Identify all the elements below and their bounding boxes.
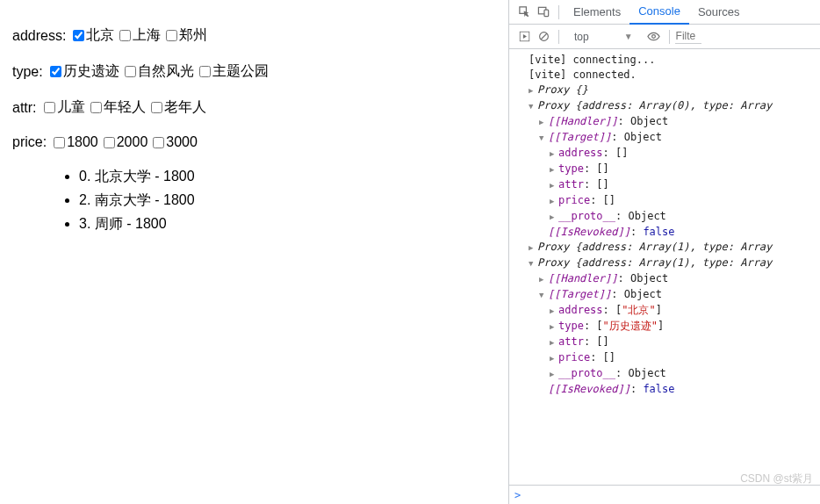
log-line: [[IsRevoked]]: false xyxy=(539,225,820,240)
divider xyxy=(669,30,670,44)
row-type: type: 历史遗迹 自然风光 主题公园 xyxy=(12,62,496,81)
checkbox-price-0[interactable] xyxy=(54,137,65,148)
app-form-panel: address: 北京 上海 郑州 type: 历史遗迹 自然风光 主题公园 a… xyxy=(0,0,508,504)
checkbox-address-2[interactable] xyxy=(166,30,177,41)
log-line[interactable]: price: [] xyxy=(550,350,820,366)
log-line[interactable]: __proto__: Object xyxy=(550,209,820,225)
svg-rect-1 xyxy=(543,10,548,17)
console-prompt[interactable]: > xyxy=(509,485,820,504)
inspect-icon[interactable] xyxy=(514,3,534,22)
device-toggle-icon[interactable] xyxy=(534,3,553,22)
console-output: [vite] connecting... [vite] connected. P… xyxy=(509,49,820,485)
opt-price-1[interactable]: 2000 xyxy=(100,134,148,150)
checkbox-type-0[interactable] xyxy=(50,66,61,77)
list-item: 2. 南京大学 - 1800 xyxy=(79,191,496,210)
checkbox-type-2[interactable] xyxy=(199,66,211,77)
log-line[interactable]: [[Target]]: Object xyxy=(539,287,820,303)
log-line[interactable]: Proxy {} xyxy=(529,83,820,98)
opt-type-2[interactable]: 主题公园 xyxy=(196,62,269,81)
row-address: address: 北京 上海 郑州 xyxy=(12,26,496,45)
opt-address-0[interactable]: 北京 xyxy=(69,26,114,45)
checkbox-attr-0[interactable] xyxy=(44,102,55,113)
tab-sources[interactable]: Sources xyxy=(689,0,749,25)
checkbox-address-0[interactable] xyxy=(73,30,84,41)
checkbox-type-1[interactable] xyxy=(125,66,136,77)
label-address: address: xyxy=(12,28,66,44)
svg-point-5 xyxy=(652,35,656,39)
log-line: [vite] connected. xyxy=(529,68,820,83)
log-line[interactable]: Proxy {address: Array(1), type: Array xyxy=(529,240,820,256)
log-line[interactable]: type: ["历史遗迹"] xyxy=(550,319,820,335)
label-type: type: xyxy=(12,64,43,80)
log-line: [[IsRevoked]]: false xyxy=(539,382,820,397)
row-price: price: 1800 2000 3000 xyxy=(12,134,496,150)
checkbox-attr-1[interactable] xyxy=(90,102,102,113)
label-attr: attr: xyxy=(12,100,37,116)
log-line[interactable]: [[Handler]]: Object xyxy=(539,271,820,287)
tab-console[interactable]: Console xyxy=(629,0,689,25)
divider xyxy=(558,5,559,19)
label-price: price: xyxy=(12,134,47,150)
checkbox-price-1[interactable] xyxy=(104,137,115,148)
log-line[interactable]: Proxy {address: Array(1), type: Array xyxy=(529,256,820,271)
opt-address-1[interactable]: 上海 xyxy=(116,26,161,45)
log-line[interactable]: [[Target]]: Object xyxy=(539,130,820,146)
play-icon[interactable] xyxy=(514,27,534,47)
list-item: 0. 北京大学 - 1800 xyxy=(79,168,496,186)
opt-type-1[interactable]: 自然风光 xyxy=(121,62,194,81)
row-attr: attr: 儿童 年轻人 老年人 xyxy=(12,98,496,117)
log-line[interactable]: __proto__: Object xyxy=(550,366,820,382)
log-line[interactable]: address: ["北京"] xyxy=(550,303,820,319)
opt-address-2[interactable]: 郑州 xyxy=(162,26,207,45)
chevron-down-icon: ▼ xyxy=(624,32,633,41)
opt-type-0[interactable]: 历史遗迹 xyxy=(47,62,119,81)
checkbox-price-2[interactable] xyxy=(153,137,164,148)
opt-price-2[interactable]: 3000 xyxy=(149,134,198,150)
results-list: 0. 北京大学 - 1800 2. 南京大学 - 1800 3. 周师 - 18… xyxy=(44,168,496,234)
eye-icon[interactable] xyxy=(644,27,664,47)
log-line[interactable]: attr: [] xyxy=(550,335,820,350)
log-line[interactable]: [[Handler]]: Object xyxy=(539,114,820,130)
log-line: [vite] connecting... xyxy=(529,53,820,68)
context-selector[interactable]: top ▼ xyxy=(570,28,639,46)
divider xyxy=(558,30,559,44)
console-toolbar: top ▼ xyxy=(509,25,820,49)
checkbox-attr-2[interactable] xyxy=(151,102,162,113)
log-line[interactable]: type: [] xyxy=(550,162,820,177)
opt-attr-1[interactable]: 年轻人 xyxy=(87,98,146,117)
opt-attr-2[interactable]: 老年人 xyxy=(147,98,206,117)
svg-line-4 xyxy=(541,33,547,40)
devtools-panel: Elements Console Sources top ▼ [vite] co… xyxy=(508,0,820,504)
log-line[interactable]: attr: [] xyxy=(550,177,820,193)
checkbox-address-1[interactable] xyxy=(119,30,131,41)
clear-console-icon[interactable] xyxy=(534,27,553,47)
devtools-tabs: Elements Console Sources xyxy=(509,0,820,25)
list-item: 3. 周师 - 1800 xyxy=(79,215,496,234)
log-line[interactable]: Proxy {address: Array(0), type: Array xyxy=(529,98,820,114)
opt-attr-0[interactable]: 儿童 xyxy=(40,98,85,117)
opt-price-0[interactable]: 1800 xyxy=(50,134,98,150)
log-line[interactable]: price: [] xyxy=(550,193,820,209)
watermark: CSDN @st紫月 xyxy=(740,472,813,486)
tab-elements[interactable]: Elements xyxy=(565,0,629,25)
log-line[interactable]: address: [] xyxy=(550,146,820,162)
filter-input[interactable] xyxy=(675,29,701,44)
